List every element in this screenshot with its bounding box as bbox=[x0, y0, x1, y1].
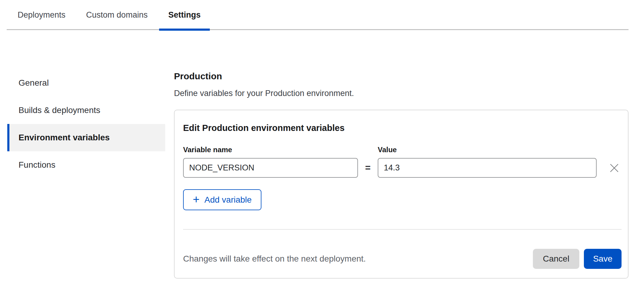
variable-row: = bbox=[183, 158, 622, 178]
tab-settings[interactable]: Settings bbox=[159, 10, 210, 29]
footer-note: Changes will take effect on the next dep… bbox=[183, 254, 366, 264]
sidebar-item-builds-deployments[interactable]: Builds & deployments bbox=[7, 97, 165, 124]
plus-icon: + bbox=[193, 194, 199, 205]
value-label: Value bbox=[378, 146, 397, 154]
variable-name-input[interactable] bbox=[183, 158, 358, 178]
tab-custom-domains[interactable]: Custom domains bbox=[77, 10, 157, 29]
main-content: Production Define variables for your Pro… bbox=[174, 69, 629, 279]
sidebar-item-functions[interactable]: Functions bbox=[7, 151, 165, 179]
card-title: Edit Production environment variables bbox=[183, 122, 622, 133]
variable-value-input[interactable] bbox=[378, 158, 597, 178]
page-title: Production bbox=[174, 71, 629, 82]
footer-actions: Cancel Save bbox=[533, 249, 622, 269]
close-icon bbox=[609, 163, 619, 173]
cancel-button[interactable]: Cancel bbox=[533, 249, 579, 269]
sidebar-item-environment-variables[interactable]: Environment variables bbox=[7, 124, 165, 151]
card-divider bbox=[183, 229, 622, 230]
equals-sign: = bbox=[365, 163, 370, 173]
sidebar-item-general[interactable]: General bbox=[7, 69, 165, 97]
tab-deployments[interactable]: Deployments bbox=[9, 10, 75, 29]
settings-layout: General Builds & deployments Environment… bbox=[0, 69, 644, 279]
settings-sidebar: General Builds & deployments Environment… bbox=[7, 69, 165, 179]
field-labels-row: Variable name Value bbox=[183, 146, 622, 154]
save-button[interactable]: Save bbox=[584, 249, 622, 269]
card-footer: Changes will take effect on the next dep… bbox=[183, 249, 622, 269]
variable-name-label: Variable name bbox=[183, 146, 232, 154]
add-variable-button[interactable]: + Add variable bbox=[183, 189, 261, 210]
page-description: Define variables for your Production env… bbox=[174, 88, 629, 98]
add-variable-label: Add variable bbox=[204, 195, 252, 205]
remove-variable-button[interactable] bbox=[607, 161, 622, 175]
equals-spacer bbox=[358, 146, 378, 154]
environment-variables-card: Edit Production environment variables Va… bbox=[174, 110, 629, 279]
tab-bar: Deployments Custom domains Settings bbox=[7, 0, 629, 30]
